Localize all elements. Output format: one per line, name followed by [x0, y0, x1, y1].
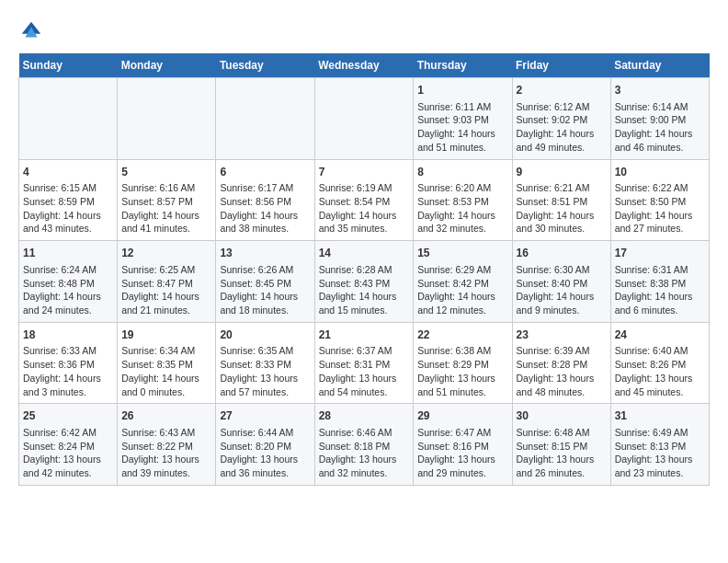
- calendar-header-row: SundayMondayTuesdayWednesdayThursdayFrid…: [19, 53, 710, 78]
- calendar-cell: 13Sunrise: 6:26 AM Sunset: 8:45 PM Dayli…: [216, 241, 314, 323]
- day-info: Sunrise: 6:42 AM Sunset: 8:24 PM Dayligh…: [23, 426, 113, 480]
- calendar-cell: 14Sunrise: 6:28 AM Sunset: 8:43 PM Dayli…: [314, 241, 414, 323]
- weekday-header: Saturday: [610, 53, 709, 78]
- calendar-week-row: 1Sunrise: 6:11 AM Sunset: 9:03 PM Daylig…: [19, 78, 710, 160]
- day-number: 25: [23, 408, 113, 424]
- day-number: 3: [615, 83, 705, 98]
- day-number: 15: [417, 246, 507, 261]
- day-info: Sunrise: 6:34 AM Sunset: 8:35 PM Dayligh…: [121, 344, 211, 398]
- day-number: 5: [121, 165, 211, 180]
- day-info: Sunrise: 6:48 AM Sunset: 8:15 PM Dayligh…: [517, 426, 607, 480]
- calendar-week-row: 25Sunrise: 6:42 AM Sunset: 8:24 PM Dayli…: [19, 404, 710, 486]
- weekday-header: Tuesday: [216, 53, 314, 78]
- weekday-header: Sunday: [19, 53, 118, 78]
- day-number: 18: [23, 327, 113, 343]
- calendar-cell: 3Sunrise: 6:14 AM Sunset: 9:00 PM Daylig…: [610, 78, 709, 160]
- logo-icon: [18, 18, 44, 44]
- day-number: 23: [517, 327, 607, 343]
- day-info: Sunrise: 6:47 AM Sunset: 8:16 PM Dayligh…: [417, 426, 507, 480]
- calendar-cell: 28Sunrise: 6:46 AM Sunset: 8:18 PM Dayli…: [314, 404, 414, 486]
- calendar-week-row: 18Sunrise: 6:33 AM Sunset: 8:36 PM Dayli…: [19, 322, 710, 404]
- calendar-cell: 18Sunrise: 6:33 AM Sunset: 8:36 PM Dayli…: [19, 322, 118, 404]
- day-number: 11: [23, 246, 113, 261]
- calendar-cell: 12Sunrise: 6:25 AM Sunset: 8:47 PM Dayli…: [118, 241, 216, 323]
- day-number: 28: [319, 408, 410, 424]
- calendar-cell: 9Sunrise: 6:21 AM Sunset: 8:51 PM Daylig…: [512, 159, 610, 241]
- day-info: Sunrise: 6:49 AM Sunset: 8:13 PM Dayligh…: [615, 426, 705, 480]
- day-info: Sunrise: 6:11 AM Sunset: 9:03 PM Dayligh…: [417, 100, 507, 155]
- day-info: Sunrise: 6:17 AM Sunset: 8:56 PM Dayligh…: [220, 181, 310, 236]
- calendar-cell: 15Sunrise: 6:29 AM Sunset: 8:42 PM Dayli…: [414, 241, 512, 323]
- day-number: 29: [417, 408, 507, 424]
- day-info: Sunrise: 6:21 AM Sunset: 8:51 PM Dayligh…: [517, 181, 607, 236]
- day-info: Sunrise: 6:39 AM Sunset: 8:28 PM Dayligh…: [517, 344, 607, 398]
- calendar-cell: 17Sunrise: 6:31 AM Sunset: 8:38 PM Dayli…: [610, 241, 709, 323]
- calendar-cell: 25Sunrise: 6:42 AM Sunset: 8:24 PM Dayli…: [19, 404, 118, 486]
- day-info: Sunrise: 6:37 AM Sunset: 8:31 PM Dayligh…: [319, 344, 410, 398]
- day-info: Sunrise: 6:40 AM Sunset: 8:26 PM Dayligh…: [615, 344, 705, 398]
- day-number: 24: [615, 327, 705, 343]
- calendar-cell: [19, 78, 118, 160]
- day-number: 1: [417, 83, 507, 98]
- day-info: Sunrise: 6:33 AM Sunset: 8:36 PM Dayligh…: [23, 344, 113, 398]
- day-number: 17: [615, 246, 705, 261]
- day-info: Sunrise: 6:30 AM Sunset: 8:40 PM Dayligh…: [517, 263, 607, 317]
- day-info: Sunrise: 6:24 AM Sunset: 8:48 PM Dayligh…: [23, 263, 113, 317]
- calendar-cell: [118, 78, 216, 160]
- day-info: Sunrise: 6:15 AM Sunset: 8:59 PM Dayligh…: [23, 181, 113, 236]
- calendar-cell: 24Sunrise: 6:40 AM Sunset: 8:26 PM Dayli…: [610, 322, 709, 404]
- calendar-cell: 6Sunrise: 6:17 AM Sunset: 8:56 PM Daylig…: [216, 159, 314, 241]
- day-info: Sunrise: 6:46 AM Sunset: 8:18 PM Dayligh…: [319, 426, 410, 480]
- calendar-cell: 29Sunrise: 6:47 AM Sunset: 8:16 PM Dayli…: [414, 404, 512, 486]
- day-info: Sunrise: 6:22 AM Sunset: 8:50 PM Dayligh…: [615, 181, 705, 236]
- calendar-cell: 22Sunrise: 6:38 AM Sunset: 8:29 PM Dayli…: [414, 322, 512, 404]
- day-number: 19: [121, 327, 211, 343]
- calendar-cell: 1Sunrise: 6:11 AM Sunset: 9:03 PM Daylig…: [414, 78, 512, 160]
- calendar-cell: [314, 78, 414, 160]
- calendar-cell: [216, 78, 314, 160]
- calendar-cell: 23Sunrise: 6:39 AM Sunset: 8:28 PM Dayli…: [512, 322, 610, 404]
- calendar-week-row: 4Sunrise: 6:15 AM Sunset: 8:59 PM Daylig…: [19, 159, 710, 241]
- calendar-cell: 19Sunrise: 6:34 AM Sunset: 8:35 PM Dayli…: [118, 322, 216, 404]
- calendar-cell: 5Sunrise: 6:16 AM Sunset: 8:57 PM Daylig…: [118, 159, 216, 241]
- logo: [18, 18, 48, 44]
- day-number: 16: [517, 246, 607, 261]
- calendar-cell: 8Sunrise: 6:20 AM Sunset: 8:53 PM Daylig…: [414, 159, 512, 241]
- day-number: 30: [517, 408, 607, 424]
- day-number: 2: [517, 83, 607, 98]
- calendar-cell: 21Sunrise: 6:37 AM Sunset: 8:31 PM Dayli…: [314, 322, 414, 404]
- day-info: Sunrise: 6:25 AM Sunset: 8:47 PM Dayligh…: [121, 263, 211, 317]
- calendar-cell: 30Sunrise: 6:48 AM Sunset: 8:15 PM Dayli…: [512, 404, 610, 486]
- weekday-header: Friday: [512, 53, 610, 78]
- calendar-cell: 4Sunrise: 6:15 AM Sunset: 8:59 PM Daylig…: [19, 159, 118, 241]
- calendar-cell: 27Sunrise: 6:44 AM Sunset: 8:20 PM Dayli…: [216, 404, 314, 486]
- day-info: Sunrise: 6:31 AM Sunset: 8:38 PM Dayligh…: [615, 263, 705, 317]
- day-number: 22: [417, 327, 507, 343]
- day-number: 12: [121, 246, 211, 261]
- calendar-week-row: 11Sunrise: 6:24 AM Sunset: 8:48 PM Dayli…: [19, 241, 710, 323]
- day-number: 9: [517, 165, 607, 180]
- day-info: Sunrise: 6:44 AM Sunset: 8:20 PM Dayligh…: [220, 426, 310, 480]
- day-number: 8: [417, 165, 507, 180]
- day-info: Sunrise: 6:35 AM Sunset: 8:33 PM Dayligh…: [220, 344, 310, 398]
- day-number: 31: [615, 408, 705, 424]
- day-info: Sunrise: 6:28 AM Sunset: 8:43 PM Dayligh…: [319, 263, 410, 317]
- calendar-cell: 7Sunrise: 6:19 AM Sunset: 8:54 PM Daylig…: [314, 159, 414, 241]
- page-header: [18, 18, 710, 44]
- weekday-header: Wednesday: [314, 53, 414, 78]
- day-number: 20: [220, 327, 310, 343]
- day-info: Sunrise: 6:19 AM Sunset: 8:54 PM Dayligh…: [319, 181, 410, 236]
- day-info: Sunrise: 6:12 AM Sunset: 9:02 PM Dayligh…: [517, 100, 607, 155]
- day-number: 13: [220, 246, 310, 261]
- calendar-table: SundayMondayTuesdayWednesdayThursdayFrid…: [18, 53, 710, 486]
- calendar-cell: 2Sunrise: 6:12 AM Sunset: 9:02 PM Daylig…: [512, 78, 610, 160]
- day-info: Sunrise: 6:16 AM Sunset: 8:57 PM Dayligh…: [121, 181, 211, 236]
- day-info: Sunrise: 6:38 AM Sunset: 8:29 PM Dayligh…: [417, 344, 507, 398]
- calendar-body: 1Sunrise: 6:11 AM Sunset: 9:03 PM Daylig…: [19, 78, 710, 486]
- calendar-cell: 16Sunrise: 6:30 AM Sunset: 8:40 PM Dayli…: [512, 241, 610, 323]
- day-number: 21: [319, 327, 410, 343]
- day-number: 10: [615, 165, 705, 180]
- weekday-header: Monday: [118, 53, 216, 78]
- calendar-cell: 31Sunrise: 6:49 AM Sunset: 8:13 PM Dayli…: [610, 404, 709, 486]
- day-number: 27: [220, 408, 310, 424]
